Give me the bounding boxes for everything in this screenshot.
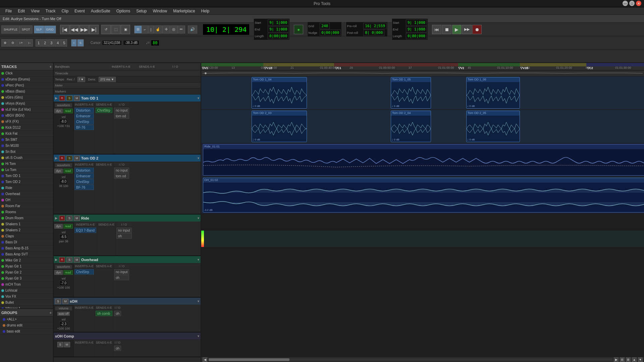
ride-io-in[interactable]: no input	[116, 228, 132, 233]
menu-options[interactable]: Options	[114, 8, 133, 14]
stop-btn[interactable]: ⏹	[442, 25, 451, 34]
track-item-claps[interactable]: Claps	[0, 233, 53, 239]
tom-od2-track-bg[interactable]: Tom OD 2_03 ♩ 0 dB Tom OD 2_04	[201, 110, 644, 143]
track-item-vfx--fx-[interactable]: vFX (FX)	[0, 119, 53, 125]
track-item-room-far[interactable]: Room Far	[0, 203, 53, 209]
track-item-shakers-1[interactable]: Shakers 1	[0, 221, 53, 227]
tom-od1-mute-btn[interactable]: M	[74, 96, 80, 101]
close-button[interactable]: ✕	[636, 1, 641, 6]
speaker-btn[interactable]: 🔊	[188, 26, 197, 33]
tracks-add-icon[interactable]: +	[50, 65, 52, 69]
track-item-tom-od-2[interactable]: Tom OD 2	[0, 179, 53, 185]
tom-od2-solo-btn[interactable]: S	[66, 156, 72, 161]
overhead-dyn-btn[interactable]: dyn	[54, 270, 63, 275]
overhead-rec-btn[interactable]: R	[59, 257, 65, 262]
ride-rec-btn[interactable]: R	[59, 216, 65, 221]
tom-od2-clip-04[interactable]: Tom OD 2_04 ♩ 0 dB	[391, 111, 431, 142]
menu-event[interactable]: Event	[72, 8, 88, 14]
track-item-mike-gtr-2[interactable]: Mike Gtr 2	[0, 257, 53, 263]
overhead-insert-chnlstrp[interactable]: ChnlStrp	[74, 269, 94, 275]
online-btn[interactable]: ●	[294, 25, 303, 34]
tom-od2-dyn-btn[interactable]: dyn	[54, 169, 63, 173]
track-item-drum-room[interactable]: Drum Room	[0, 215, 53, 221]
tracks-area[interactable]: Tom OD 1_04 ♩ 0 dB	[201, 76, 644, 357]
track-item-click[interactable]: Click	[0, 70, 53, 76]
grid-btn[interactable]: GRID	[44, 26, 56, 33]
play-selection-btn[interactable]: ▶▶	[462, 25, 472, 34]
grabber-tool[interactable]: ☝	[154, 26, 163, 33]
zoomer-tool[interactable]: ⊞	[135, 26, 142, 33]
tom-od1-clip-04[interactable]: Tom OD 1_04 ♩ 0 dB	[252, 77, 307, 109]
inserts-view-btn[interactable]: I	[71, 39, 77, 47]
scroll-up-btn[interactable]: ▲	[632, 357, 637, 362]
soh-solo-btn[interactable]: S	[55, 299, 61, 304]
soh-arrange-bg[interactable]	[201, 231, 644, 247]
track-item-ryan-gtr-1[interactable]: Ryan Gtr 1	[0, 263, 53, 269]
tom-od2-insert-distortion[interactable]: Distortion	[74, 168, 94, 173]
tom-od2-insert-enhancer[interactable]: Enhancer	[74, 173, 94, 179]
tom-od2-rec-btn[interactable]: R	[59, 156, 65, 161]
ride-track-bg[interactable]: Ride_01:01	[201, 143, 644, 177]
track-item-overhead[interactable]: Overhead	[0, 191, 53, 197]
group-item-drums-edit[interactable]: drums edit	[0, 322, 53, 328]
track-item-vld-vox--ld-vox-[interactable]: vLd Vox (Ld Vox)	[0, 107, 53, 113]
zoom-out-v-btn[interactable]: ↕-	[25, 39, 33, 47]
overhead-io-out[interactable]: oh	[114, 275, 129, 280]
track-item-sn-sm7[interactable]: Sn SM7	[0, 137, 53, 143]
track-item-bass-di[interactable]: Bass DI	[0, 239, 53, 245]
track-item-vox-fx[interactable]: Vox FX	[0, 294, 53, 300]
tom-od1-clip-06[interactable]: Tom OD 1_06 ♩ 0 dB	[466, 77, 520, 109]
track-item-mch-tron[interactable]: mCH Tron	[0, 282, 53, 288]
zoom-out-h-btn[interactable]: ⊖	[9, 39, 16, 47]
tom-od2-read-btn[interactable]: read	[63, 169, 73, 173]
pencil-tool[interactable]: ✏	[178, 26, 185, 33]
menu-window[interactable]: Window	[150, 8, 170, 14]
minimize-button[interactable]: —	[623, 1, 628, 6]
track-item-whisper-1[interactable]: Whisper 1	[0, 306, 53, 308]
ride-mute-btn[interactable]: M	[74, 216, 80, 221]
track-item-vdrums--drums-[interactable]: vDrums (Drums)	[0, 76, 53, 82]
forward-to-end-btn[interactable]: ▶|	[89, 25, 99, 34]
zoom-preset-2[interactable]: 2	[42, 39, 48, 47]
tom-od1-io-in[interactable]: no input	[114, 108, 129, 113]
track-item-sk-s-crush[interactable]: sK-S Crush	[0, 155, 53, 161]
group-item-bass-edit[interactable]: bass edit	[0, 328, 53, 335]
menu-view[interactable]: View	[28, 8, 42, 14]
trimmer-tool[interactable]: ⌐	[142, 26, 148, 33]
group-item--all-[interactable]: <ALL>	[0, 316, 53, 322]
scroll-down-btn[interactable]: ▼	[638, 357, 643, 362]
scroll-right-btn[interactable]: ▶	[614, 357, 619, 362]
rewind-transport-btn[interactable]: ⏮	[432, 25, 441, 34]
soh-mute-btn[interactable]: M	[62, 299, 68, 304]
track-item-rooms[interactable]: Rooms	[0, 209, 53, 215]
tom-od1-dyn-btn[interactable]: dyn	[54, 109, 63, 113]
scroll-left-btn[interactable]: ◀	[203, 357, 207, 362]
tom-od2-insert-chnlstrp[interactable]: ChnlStrp	[74, 179, 94, 184]
tom-od2-io-out[interactable]: tom od	[114, 173, 129, 179]
soh-comp-io-out[interactable]: oh	[114, 346, 121, 351]
track-item-kick-fat[interactable]: Kick Fat	[0, 131, 53, 137]
tom-od2-io-in[interactable]: no input	[114, 168, 129, 173]
scrubber-tool[interactable]: ◎	[170, 26, 178, 33]
track-item-vgtrs--gtrs-[interactable]: vGtrs (Gtrs)	[0, 95, 53, 101]
track-item-ryan-gtr-2[interactable]: Ryan Gtr 2	[0, 269, 53, 276]
soh-send-oh-comb[interactable]: oh comb	[96, 311, 112, 316]
tom-od2-mute-btn[interactable]: M	[74, 156, 80, 161]
res-dropdown[interactable]: / ▼	[77, 77, 86, 82]
tom-od1-clip-05[interactable]: Tom OD 1_05 ♩ 0 dB	[391, 77, 431, 109]
track-item-sn-bot[interactable]: Sn Bot	[0, 149, 53, 155]
ride-clip-01[interactable]: Ride_01:01	[203, 144, 644, 176]
track-item-bass-amp-svt[interactable]: Bass Amp SVT	[0, 251, 53, 257]
empty-track-1-bg[interactable]	[201, 214, 644, 230]
track-item-ryan-gtr-3[interactable]: Ryan Gtr 3	[0, 276, 53, 282]
zoom-preset-4[interactable]: 4	[55, 39, 61, 47]
bottom-scroll-bar[interactable]: ◀ ▶ ⊞ ⊠ ▲ ▼	[201, 357, 644, 362]
overhead-read-btn[interactable]: read	[63, 270, 73, 275]
rewind-to-start-btn[interactable]: |◀	[60, 25, 69, 34]
soh-comp-solo-btn[interactable]: S	[57, 342, 63, 347]
menu-marketplace[interactable]: Marketplace	[170, 8, 198, 14]
zoom-preset-5[interactable]: 5	[61, 39, 67, 47]
ride-insert-eq3[interactable]: EQ3 7-Band	[74, 228, 96, 233]
menu-clip[interactable]: Clip	[59, 8, 71, 14]
ride-read-btn[interactable]: read	[63, 224, 73, 229]
